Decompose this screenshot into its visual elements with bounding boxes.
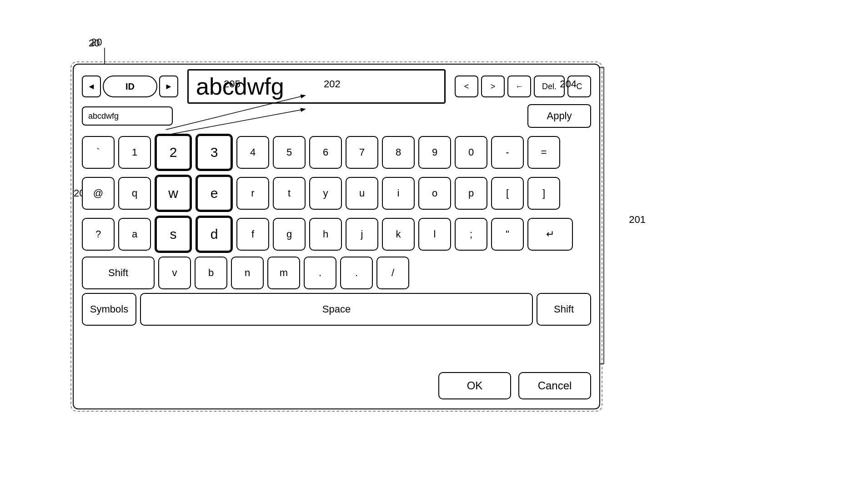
key-a[interactable]: a: [118, 218, 151, 251]
key-6[interactable]: 6: [309, 136, 342, 169]
key-question[interactable]: ?: [82, 218, 115, 251]
key-period2[interactable]: .: [340, 257, 373, 289]
key-w[interactable]: w: [155, 175, 192, 212]
key-equals[interactable]: =: [527, 136, 560, 169]
ok-button[interactable]: OK: [438, 372, 511, 399]
apply-button[interactable]: Apply: [527, 104, 591, 128]
key-y[interactable]: y: [309, 177, 342, 210]
key-7[interactable]: 7: [346, 136, 378, 169]
search-field: abcdwfg: [82, 106, 173, 126]
key-row-1: ` 1 2 3 4 5 6 7 8 9 0 - =: [82, 134, 591, 171]
key-q[interactable]: q: [118, 177, 151, 210]
nav-left-button[interactable]: ◄: [82, 76, 101, 97]
key-u[interactable]: u: [346, 177, 378, 210]
id-selector: ◄ ID ►: [82, 76, 178, 97]
nav-right-button[interactable]: ►: [159, 76, 178, 97]
key-n[interactable]: n: [231, 257, 264, 289]
key-row-2: @ q w e r t y u i o p [ ]: [82, 175, 591, 212]
key-shift-right[interactable]: Shift: [537, 293, 591, 326]
key-t[interactable]: t: [273, 177, 306, 210]
key-slash[interactable]: /: [376, 257, 409, 289]
key-row-4: Shift v b n m . . /: [82, 257, 591, 289]
key-0[interactable]: 0: [455, 136, 487, 169]
key-b[interactable]: b: [195, 257, 227, 289]
key-j[interactable]: j: [346, 218, 378, 251]
key-8[interactable]: 8: [382, 136, 415, 169]
id-label: ID: [103, 76, 157, 97]
backspace-button[interactable]: ←: [507, 76, 531, 97]
key-d[interactable]: d: [196, 216, 233, 253]
key-m[interactable]: m: [267, 257, 300, 289]
key-lbracket[interactable]: [: [491, 177, 524, 210]
key-2[interactable]: 2: [155, 134, 192, 171]
ref-label-201: 201: [629, 214, 646, 226]
key-g[interactable]: g: [273, 218, 306, 251]
key-enter[interactable]: ↵: [527, 218, 573, 251]
key-at[interactable]: @: [82, 177, 115, 210]
key-r[interactable]: r: [236, 177, 269, 210]
key-e[interactable]: e: [196, 175, 233, 212]
key-h[interactable]: h: [309, 218, 342, 251]
ref-label-20-outer: 20: [89, 37, 100, 49]
key-row-5: Symbols Space Shift: [82, 293, 591, 326]
key-f[interactable]: f: [236, 218, 269, 251]
cancel-button[interactable]: Cancel: [518, 372, 591, 399]
key-k[interactable]: k: [382, 218, 415, 251]
key-p[interactable]: p: [455, 177, 487, 210]
key-shift-left[interactable]: Shift: [82, 257, 155, 289]
key-period1[interactable]: .: [304, 257, 336, 289]
key-row-3: ? a s d f g h j k l ; " ↵: [82, 216, 591, 253]
key-s[interactable]: s: [155, 216, 192, 253]
key-v[interactable]: v: [158, 257, 191, 289]
key-quote[interactable]: ": [491, 218, 524, 251]
key-5[interactable]: 5: [273, 136, 306, 169]
key-minus[interactable]: -: [491, 136, 524, 169]
key-rbracket[interactable]: ]: [527, 177, 560, 210]
key-symbols[interactable]: Symbols: [82, 293, 136, 326]
second-row: abcdwfg Apply: [82, 106, 591, 126]
keyboard-panel: 202 203 205 204 ◄ ID ► abcdwfg < > ← Del…: [73, 64, 600, 409]
cursor-left-button[interactable]: <: [455, 76, 478, 97]
ref-label-202: 202: [324, 78, 341, 90]
cursor-right-button[interactable]: >: [481, 76, 505, 97]
key-i[interactable]: i: [382, 177, 415, 210]
key-o[interactable]: o: [418, 177, 451, 210]
key-space[interactable]: Space: [140, 293, 533, 326]
key-l[interactable]: l: [418, 218, 451, 251]
key-backtick[interactable]: `: [82, 136, 115, 169]
ref-label-205: 205: [224, 78, 241, 90]
key-1[interactable]: 1: [118, 136, 151, 169]
keyboard-area: ` 1 2 3 4 5 6 7 8 9 0 - = @ q w e r: [82, 134, 591, 326]
key-9[interactable]: 9: [418, 136, 451, 169]
key-4[interactable]: 4: [236, 136, 269, 169]
ref-label-204: 204: [560, 78, 577, 90]
key-3[interactable]: 3: [196, 134, 233, 171]
key-semicolon[interactable]: ;: [455, 218, 487, 251]
bottom-action-row: OK Cancel: [438, 372, 591, 399]
